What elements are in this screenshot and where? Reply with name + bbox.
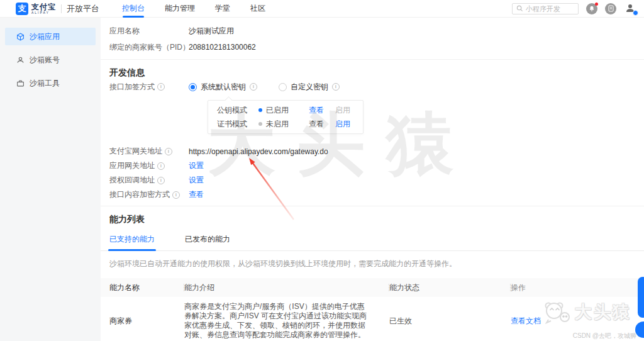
main-nav: 控制台 能力管理 学堂 社区	[112, 0, 275, 18]
nav-item-academy[interactable]: 学堂	[215, 0, 230, 18]
cube-icon	[16, 33, 25, 41]
auth-callback-row: 授权回调地址 i 设置	[109, 173, 644, 187]
capability-list-title: 能力列表	[109, 214, 644, 225]
sidebar-item-sandbox-tools[interactable]: 沙箱工具	[5, 74, 96, 92]
info-icon[interactable]: i	[165, 148, 172, 155]
document-icon	[608, 5, 614, 12]
info-icon[interactable]: i	[250, 83, 257, 91]
header-right	[512, 3, 636, 14]
sidebar-item-label: 沙箱应用	[30, 31, 60, 42]
sign-method-label-text: 接口加签方式	[109, 82, 155, 92]
alipay-gateway-url: https://openapi.alipaydev.com/gateway.do	[189, 147, 328, 156]
user-avatar[interactable]	[625, 3, 636, 14]
alipay-gateway-row: 支付宝网关地址 i https://openapi.alipaydev.com/…	[109, 144, 644, 159]
header-search[interactable]	[512, 3, 579, 14]
user-icon	[16, 56, 25, 64]
wordmark-cn: 支付宝	[31, 3, 56, 11]
status-dot-on	[258, 108, 262, 112]
alipay-wordmark: 支付宝 ALIPAY	[31, 3, 56, 14]
alipay-logo-icon[interactable]: 支	[16, 3, 28, 15]
main-content: 应用名称 沙箱测试应用 绑定的商家账号（PID） 208810218130006…	[101, 18, 644, 341]
enable-public-key-link[interactable]: 启用	[335, 105, 350, 116]
key-mode-popup: 公钥模式 已启用 查看 启用 证书模式 未启用 查看 启用	[208, 100, 364, 134]
content-encryption-view-link[interactable]: 查看	[189, 189, 204, 200]
sidebar-item-label: 沙箱工具	[30, 78, 60, 89]
auth-callback-label: 授权回调地址 i	[109, 175, 189, 186]
content-encryption-label: 接口内容加密方式 i	[109, 189, 189, 200]
cert-mode-row: 证书模式 未启用 查看 启用	[208, 117, 363, 131]
tab-supported-capabilities[interactable]: 已支持的能力	[109, 230, 155, 250]
docs-button[interactable]	[605, 3, 616, 14]
avatar-status-badge	[633, 10, 638, 16]
public-key-mode-row: 公钥模式 已启用 查看 启用	[208, 103, 363, 117]
nav-label: 学堂	[215, 3, 230, 14]
sidebar-item-sandbox-app[interactable]: 沙箱应用	[5, 28, 96, 45]
key-mode-status: 未启用	[258, 119, 309, 130]
radio-system-default-key[interactable]: 系统默认密钥 i	[189, 82, 257, 92]
column-capability-desc: 能力介绍	[184, 278, 389, 297]
nav-item-capability-management[interactable]: 能力管理	[165, 0, 195, 18]
app-info-section: 应用名称 沙箱测试应用 绑定的商家账号（PID） 208810218130006…	[101, 18, 644, 55]
sign-method-label: 接口加签方式 i	[109, 82, 189, 92]
section-divider	[101, 59, 644, 60]
search-input[interactable]	[526, 5, 574, 13]
auth-callback-set-link[interactable]: 设置	[189, 175, 204, 186]
notification-bell-button[interactable]	[586, 3, 597, 14]
radio-unselected-icon[interactable]	[279, 83, 287, 91]
view-docs-link[interactable]: 查看文档	[511, 316, 541, 327]
app-name-value: 沙箱测试应用	[189, 26, 234, 36]
key-mode-name: 公钥模式	[217, 105, 258, 116]
view-cert-link[interactable]: 查看	[309, 119, 335, 130]
capability-desc: 商家券是支付宝为商户/服务商（ISV）提供的电子优惠券解决方案。商户/ISV 可…	[184, 302, 389, 340]
field-label-text: 接口内容加密方式	[109, 189, 170, 200]
field-label-text: 支付宝网关地址	[109, 146, 162, 157]
nav-label: 社区	[250, 3, 265, 14]
status-text: 已启用	[266, 105, 289, 116]
info-icon[interactable]: i	[157, 83, 165, 91]
capability-table: 能力名称 能力介绍 能力状态 操作 商家券 商家券是支付宝为商户/服务商（ISV…	[101, 278, 644, 341]
alipay-open-platform-window: 支 支付宝 ALIPAY 开放平台 控制台 能力管理 学堂 社区	[0, 0, 644, 341]
status-text: 未启用	[266, 119, 289, 130]
radio-label: 系统默认密钥	[201, 82, 246, 92]
app-name-row: 应用名称 沙箱测试应用	[109, 23, 644, 39]
section-divider	[101, 206, 644, 206]
column-capability-name: 能力名称	[101, 278, 184, 297]
content-encryption-row: 接口内容加密方式 i 查看	[109, 187, 644, 202]
column-action: 操作	[511, 278, 644, 297]
dev-info-section: 接口加签方式 i 系统默认密钥 i 自定义密钥 i	[101, 79, 644, 202]
radio-selected-icon[interactable]	[189, 83, 197, 91]
sign-method-options: 系统默认密钥 i 自定义密钥 i	[189, 82, 340, 92]
sidebar-item-sandbox-account[interactable]: 沙箱账号	[5, 51, 96, 69]
bell-icon	[589, 6, 595, 12]
app-name-label: 应用名称	[109, 26, 189, 36]
app-gateway-set-link[interactable]: 设置	[189, 160, 204, 171]
top-header: 支 支付宝 ALIPAY 开放平台 控制台 能力管理 学堂 社区	[0, 0, 644, 18]
radio-custom-key[interactable]: 自定义密钥 i	[279, 82, 340, 92]
alipay-logo-glyph: 支	[18, 3, 26, 14]
sidebar: 沙箱应用 沙箱账号 沙箱工具	[0, 18, 101, 341]
enable-cert-link[interactable]: 启用	[335, 119, 350, 130]
nav-label: 能力管理	[165, 3, 195, 14]
info-icon[interactable]: i	[172, 191, 180, 199]
merchant-pid-value: 2088102181300062	[189, 43, 256, 52]
view-public-key-link[interactable]: 查看	[309, 105, 335, 116]
field-label-text: 应用网关地址	[109, 160, 155, 171]
info-icon[interactable]: i	[332, 83, 340, 91]
status-dot-off	[258, 122, 262, 126]
floating-helper-pill[interactable]	[638, 277, 644, 318]
capability-tabs: 已支持的能力 已发布的能力	[101, 230, 644, 251]
dev-info-title: 开发信息	[109, 67, 644, 79]
info-icon[interactable]: i	[157, 162, 165, 170]
app-gateway-row: 应用网关地址 i 设置	[109, 159, 644, 173]
nav-item-community[interactable]: 社区	[250, 0, 265, 18]
key-mode-status: 已启用	[258, 105, 309, 116]
nav-label: 控制台	[122, 3, 145, 14]
alipay-gateway-label: 支付宝网关地址 i	[109, 146, 189, 157]
column-capability-status: 能力状态	[389, 278, 511, 297]
tab-published-capabilities[interactable]: 已发布的能力	[185, 230, 230, 250]
platform-title: 开放平台	[67, 3, 99, 14]
info-icon[interactable]: i	[157, 177, 165, 184]
radio-label: 自定义密钥	[291, 82, 328, 92]
table-header: 能力名称 能力介绍 能力状态 操作	[101, 278, 644, 297]
nav-item-console[interactable]: 控制台	[122, 0, 145, 18]
